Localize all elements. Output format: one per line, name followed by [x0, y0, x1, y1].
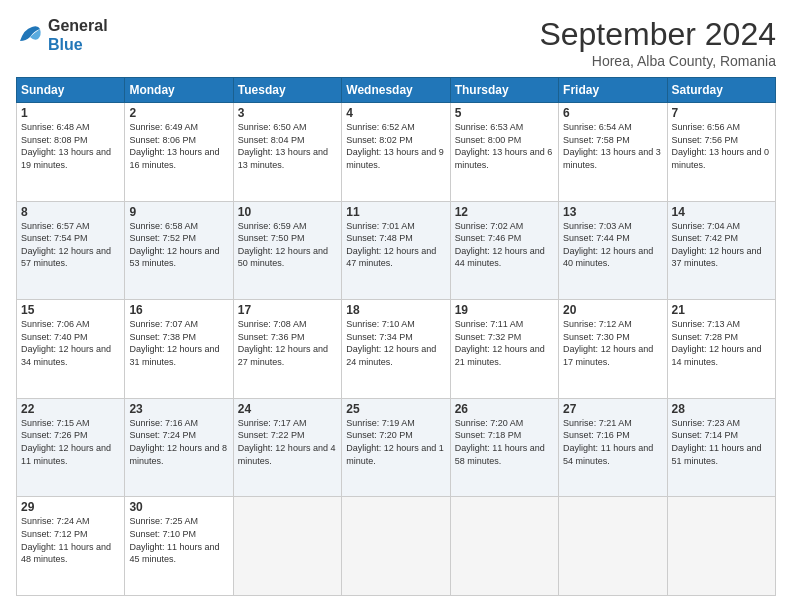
day-info: Sunrise: 6:48 AMSunset: 8:08 PMDaylight:… — [21, 121, 120, 171]
calendar-cell: 1Sunrise: 6:48 AMSunset: 8:08 PMDaylight… — [17, 103, 125, 202]
day-number: 11 — [346, 205, 445, 219]
day-number: 21 — [672, 303, 771, 317]
calendar-cell: 11Sunrise: 7:01 AMSunset: 7:48 PMDayligh… — [342, 201, 450, 300]
day-number: 6 — [563, 106, 662, 120]
day-info: Sunrise: 7:06 AMSunset: 7:40 PMDaylight:… — [21, 318, 120, 368]
day-number: 14 — [672, 205, 771, 219]
calendar-cell: 12Sunrise: 7:02 AMSunset: 7:46 PMDayligh… — [450, 201, 558, 300]
calendar-cell: 2Sunrise: 6:49 AMSunset: 8:06 PMDaylight… — [125, 103, 233, 202]
calendar-row: 8Sunrise: 6:57 AMSunset: 7:54 PMDaylight… — [17, 201, 776, 300]
calendar-cell — [450, 497, 558, 596]
calendar-cell — [667, 497, 775, 596]
day-number: 12 — [455, 205, 554, 219]
calendar-cell: 6Sunrise: 6:54 AMSunset: 7:58 PMDaylight… — [559, 103, 667, 202]
calendar-day-header: Thursday — [450, 78, 558, 103]
logo-icon — [16, 21, 44, 49]
calendar-row: 22Sunrise: 7:15 AMSunset: 7:26 PMDayligh… — [17, 398, 776, 497]
calendar-day-header: Tuesday — [233, 78, 341, 103]
header: General Blue September 2024 Horea, Alba … — [16, 16, 776, 69]
day-info: Sunrise: 7:15 AMSunset: 7:26 PMDaylight:… — [21, 417, 120, 467]
calendar-cell: 5Sunrise: 6:53 AMSunset: 8:00 PMDaylight… — [450, 103, 558, 202]
logo: General Blue — [16, 16, 108, 54]
day-info: Sunrise: 7:01 AMSunset: 7:48 PMDaylight:… — [346, 220, 445, 270]
calendar-cell: 22Sunrise: 7:15 AMSunset: 7:26 PMDayligh… — [17, 398, 125, 497]
calendar-day-header: Saturday — [667, 78, 775, 103]
calendar-day-header: Monday — [125, 78, 233, 103]
calendar-cell: 4Sunrise: 6:52 AMSunset: 8:02 PMDaylight… — [342, 103, 450, 202]
day-number: 4 — [346, 106, 445, 120]
calendar-cell: 15Sunrise: 7:06 AMSunset: 7:40 PMDayligh… — [17, 300, 125, 399]
day-number: 29 — [21, 500, 120, 514]
day-info: Sunrise: 6:53 AMSunset: 8:00 PMDaylight:… — [455, 121, 554, 171]
day-info: Sunrise: 7:16 AMSunset: 7:24 PMDaylight:… — [129, 417, 228, 467]
day-info: Sunrise: 7:12 AMSunset: 7:30 PMDaylight:… — [563, 318, 662, 368]
calendar-cell: 13Sunrise: 7:03 AMSunset: 7:44 PMDayligh… — [559, 201, 667, 300]
main-title: September 2024 — [539, 16, 776, 53]
day-info: Sunrise: 6:56 AMSunset: 7:56 PMDaylight:… — [672, 121, 771, 171]
calendar-row: 15Sunrise: 7:06 AMSunset: 7:40 PMDayligh… — [17, 300, 776, 399]
calendar-cell — [233, 497, 341, 596]
page: General Blue September 2024 Horea, Alba … — [0, 0, 792, 612]
day-number: 5 — [455, 106, 554, 120]
day-info: Sunrise: 6:54 AMSunset: 7:58 PMDaylight:… — [563, 121, 662, 171]
day-number: 27 — [563, 402, 662, 416]
day-info: Sunrise: 7:08 AMSunset: 7:36 PMDaylight:… — [238, 318, 337, 368]
calendar-cell: 21Sunrise: 7:13 AMSunset: 7:28 PMDayligh… — [667, 300, 775, 399]
day-number: 8 — [21, 205, 120, 219]
day-info: Sunrise: 6:52 AMSunset: 8:02 PMDaylight:… — [346, 121, 445, 171]
calendar-cell: 18Sunrise: 7:10 AMSunset: 7:34 PMDayligh… — [342, 300, 450, 399]
calendar-cell: 24Sunrise: 7:17 AMSunset: 7:22 PMDayligh… — [233, 398, 341, 497]
day-number: 17 — [238, 303, 337, 317]
calendar-row: 1Sunrise: 6:48 AMSunset: 8:08 PMDaylight… — [17, 103, 776, 202]
calendar-cell: 23Sunrise: 7:16 AMSunset: 7:24 PMDayligh… — [125, 398, 233, 497]
day-info: Sunrise: 7:17 AMSunset: 7:22 PMDaylight:… — [238, 417, 337, 467]
day-number: 24 — [238, 402, 337, 416]
calendar-table: SundayMondayTuesdayWednesdayThursdayFrid… — [16, 77, 776, 596]
calendar-cell: 16Sunrise: 7:07 AMSunset: 7:38 PMDayligh… — [125, 300, 233, 399]
day-info: Sunrise: 7:02 AMSunset: 7:46 PMDaylight:… — [455, 220, 554, 270]
day-number: 2 — [129, 106, 228, 120]
day-info: Sunrise: 7:04 AMSunset: 7:42 PMDaylight:… — [672, 220, 771, 270]
calendar-cell: 3Sunrise: 6:50 AMSunset: 8:04 PMDaylight… — [233, 103, 341, 202]
calendar-header-row: SundayMondayTuesdayWednesdayThursdayFrid… — [17, 78, 776, 103]
day-info: Sunrise: 6:59 AMSunset: 7:50 PMDaylight:… — [238, 220, 337, 270]
day-info: Sunrise: 7:25 AMSunset: 7:10 PMDaylight:… — [129, 515, 228, 565]
calendar-cell: 20Sunrise: 7:12 AMSunset: 7:30 PMDayligh… — [559, 300, 667, 399]
day-number: 22 — [21, 402, 120, 416]
day-info: Sunrise: 7:23 AMSunset: 7:14 PMDaylight:… — [672, 417, 771, 467]
calendar-cell: 30Sunrise: 7:25 AMSunset: 7:10 PMDayligh… — [125, 497, 233, 596]
day-number: 25 — [346, 402, 445, 416]
day-info: Sunrise: 7:19 AMSunset: 7:20 PMDaylight:… — [346, 417, 445, 467]
day-number: 28 — [672, 402, 771, 416]
calendar-cell: 25Sunrise: 7:19 AMSunset: 7:20 PMDayligh… — [342, 398, 450, 497]
day-info: Sunrise: 6:58 AMSunset: 7:52 PMDaylight:… — [129, 220, 228, 270]
calendar-cell — [559, 497, 667, 596]
day-number: 10 — [238, 205, 337, 219]
calendar-cell — [342, 497, 450, 596]
calendar-cell: 14Sunrise: 7:04 AMSunset: 7:42 PMDayligh… — [667, 201, 775, 300]
calendar-cell: 9Sunrise: 6:58 AMSunset: 7:52 PMDaylight… — [125, 201, 233, 300]
day-number: 16 — [129, 303, 228, 317]
day-number: 1 — [21, 106, 120, 120]
calendar-cell: 27Sunrise: 7:21 AMSunset: 7:16 PMDayligh… — [559, 398, 667, 497]
day-number: 7 — [672, 106, 771, 120]
subtitle: Horea, Alba County, Romania — [539, 53, 776, 69]
day-info: Sunrise: 6:57 AMSunset: 7:54 PMDaylight:… — [21, 220, 120, 270]
day-info: Sunrise: 7:13 AMSunset: 7:28 PMDaylight:… — [672, 318, 771, 368]
day-number: 23 — [129, 402, 228, 416]
day-info: Sunrise: 7:21 AMSunset: 7:16 PMDaylight:… — [563, 417, 662, 467]
calendar-cell: 17Sunrise: 7:08 AMSunset: 7:36 PMDayligh… — [233, 300, 341, 399]
calendar-cell: 10Sunrise: 6:59 AMSunset: 7:50 PMDayligh… — [233, 201, 341, 300]
calendar-row: 29Sunrise: 7:24 AMSunset: 7:12 PMDayligh… — [17, 497, 776, 596]
calendar-day-header: Wednesday — [342, 78, 450, 103]
title-block: September 2024 Horea, Alba County, Roman… — [539, 16, 776, 69]
day-info: Sunrise: 7:24 AMSunset: 7:12 PMDaylight:… — [21, 515, 120, 565]
logo-text: General Blue — [48, 16, 108, 54]
day-info: Sunrise: 7:20 AMSunset: 7:18 PMDaylight:… — [455, 417, 554, 467]
day-number: 20 — [563, 303, 662, 317]
day-number: 15 — [21, 303, 120, 317]
day-info: Sunrise: 6:49 AMSunset: 8:06 PMDaylight:… — [129, 121, 228, 171]
day-number: 19 — [455, 303, 554, 317]
day-info: Sunrise: 7:03 AMSunset: 7:44 PMDaylight:… — [563, 220, 662, 270]
day-number: 30 — [129, 500, 228, 514]
